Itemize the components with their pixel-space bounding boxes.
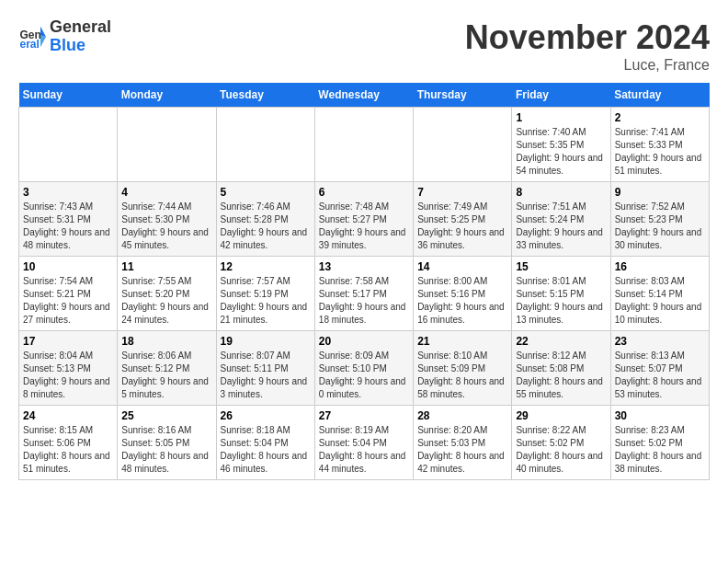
day-info: Sunrise: 8:19 AM Sunset: 5:04 PM Dayligh… — [319, 424, 409, 476]
day-number: 3 — [23, 186, 113, 199]
day-info: Sunrise: 8:15 AM Sunset: 5:06 PM Dayligh… — [23, 424, 113, 476]
day-info: Sunrise: 8:06 AM Sunset: 5:12 PM Dayligh… — [121, 350, 211, 401]
calendar-cell: 13Sunrise: 7:58 AM Sunset: 5:17 PM Dayli… — [314, 257, 413, 331]
day-number: 2 — [615, 111, 705, 124]
day-info: Sunrise: 7:58 AM Sunset: 5:17 PM Dayligh… — [319, 275, 409, 327]
calendar-cell: 21Sunrise: 8:10 AM Sunset: 5:09 PM Dayli… — [414, 331, 512, 406]
calendar-cell: 29Sunrise: 8:22 AM Sunset: 5:02 PM Dayli… — [512, 406, 610, 480]
calendar-cell: 16Sunrise: 8:03 AM Sunset: 5:14 PM Dayli… — [610, 257, 709, 331]
calendar-cell: 8Sunrise: 7:51 AM Sunset: 5:24 PM Daylig… — [512, 182, 610, 257]
day-number: 25 — [121, 409, 211, 422]
day-info: Sunrise: 7:49 AM Sunset: 5:25 PM Dayligh… — [417, 201, 507, 252]
svg-text:eral: eral — [20, 38, 40, 51]
calendar-cell — [414, 108, 512, 182]
day-info: Sunrise: 8:12 AM Sunset: 5:08 PM Dayligh… — [516, 350, 606, 401]
day-info: Sunrise: 7:41 AM Sunset: 5:33 PM Dayligh… — [615, 126, 705, 178]
day-number: 7 — [417, 186, 507, 199]
day-number: 1 — [516, 111, 606, 124]
calendar-cell: 14Sunrise: 8:00 AM Sunset: 5:16 PM Dayli… — [414, 257, 512, 331]
weekday-header: Monday — [118, 83, 216, 108]
calendar-cell: 9Sunrise: 7:52 AM Sunset: 5:23 PM Daylig… — [610, 182, 709, 257]
weekday-header: Thursday — [414, 83, 512, 108]
location: Luce, France — [465, 57, 710, 74]
day-number: 22 — [516, 335, 606, 348]
calendar-cell — [19, 108, 118, 182]
calendar-week-row: 1Sunrise: 7:40 AM Sunset: 5:35 PM Daylig… — [19, 108, 710, 182]
calendar-cell: 30Sunrise: 8:23 AM Sunset: 5:02 PM Dayli… — [610, 406, 709, 480]
calendar-table: SundayMondayTuesdayWednesdayThursdayFrid… — [18, 83, 710, 480]
calendar-cell: 3Sunrise: 7:43 AM Sunset: 5:31 PM Daylig… — [19, 182, 118, 257]
calendar-cell: 2Sunrise: 7:41 AM Sunset: 5:33 PM Daylig… — [610, 108, 709, 182]
calendar-week-row: 17Sunrise: 8:04 AM Sunset: 5:13 PM Dayli… — [19, 331, 710, 406]
day-info: Sunrise: 7:40 AM Sunset: 5:35 PM Dayligh… — [516, 126, 606, 178]
day-info: Sunrise: 8:23 AM Sunset: 5:02 PM Dayligh… — [615, 424, 705, 476]
day-info: Sunrise: 8:07 AM Sunset: 5:11 PM Dayligh… — [221, 350, 311, 401]
calendar-cell: 28Sunrise: 8:20 AM Sunset: 5:03 PM Dayli… — [414, 406, 512, 480]
calendar-header: SundayMondayTuesdayWednesdayThursdayFrid… — [19, 83, 710, 108]
calendar-cell: 27Sunrise: 8:19 AM Sunset: 5:04 PM Dayli… — [314, 406, 413, 480]
calendar-cell: 23Sunrise: 8:13 AM Sunset: 5:07 PM Dayli… — [610, 331, 709, 406]
day-number: 20 — [319, 335, 409, 348]
calendar-cell: 18Sunrise: 8:06 AM Sunset: 5:12 PM Dayli… — [118, 331, 216, 406]
day-info: Sunrise: 7:48 AM Sunset: 5:27 PM Dayligh… — [319, 201, 409, 252]
day-number: 17 — [23, 335, 113, 348]
day-info: Sunrise: 7:44 AM Sunset: 5:30 PM Dayligh… — [121, 201, 211, 252]
calendar-cell — [118, 108, 216, 182]
weekday-header: Wednesday — [314, 83, 413, 108]
day-info: Sunrise: 7:52 AM Sunset: 5:23 PM Dayligh… — [615, 201, 705, 252]
day-info: Sunrise: 7:55 AM Sunset: 5:20 PM Dayligh… — [121, 275, 211, 327]
header-row: SundayMondayTuesdayWednesdayThursdayFrid… — [19, 83, 710, 108]
day-number: 15 — [516, 260, 606, 273]
day-info: Sunrise: 7:46 AM Sunset: 5:28 PM Dayligh… — [221, 201, 311, 252]
calendar-week-row: 24Sunrise: 8:15 AM Sunset: 5:06 PM Dayli… — [19, 406, 710, 480]
day-number: 8 — [516, 186, 606, 199]
day-number: 10 — [23, 260, 113, 273]
calendar-cell: 25Sunrise: 8:16 AM Sunset: 5:05 PM Dayli… — [118, 406, 216, 480]
day-number: 14 — [417, 260, 507, 273]
day-number: 27 — [319, 409, 409, 422]
day-number: 4 — [121, 186, 211, 199]
calendar-week-row: 3Sunrise: 7:43 AM Sunset: 5:31 PM Daylig… — [19, 182, 710, 257]
calendar-cell: 12Sunrise: 7:57 AM Sunset: 5:19 PM Dayli… — [216, 257, 314, 331]
calendar-cell: 1Sunrise: 7:40 AM Sunset: 5:35 PM Daylig… — [512, 108, 610, 182]
calendar-week-row: 10Sunrise: 7:54 AM Sunset: 5:21 PM Dayli… — [19, 257, 710, 331]
weekday-header: Saturday — [610, 83, 709, 108]
day-number: 13 — [319, 260, 409, 273]
day-info: Sunrise: 8:03 AM Sunset: 5:14 PM Dayligh… — [615, 275, 705, 327]
day-number: 24 — [23, 409, 113, 422]
calendar-cell: 15Sunrise: 8:01 AM Sunset: 5:15 PM Dayli… — [512, 257, 610, 331]
calendar-cell: 11Sunrise: 7:55 AM Sunset: 5:20 PM Dayli… — [118, 257, 216, 331]
calendar-cell — [314, 108, 413, 182]
weekday-header: Sunday — [19, 83, 118, 108]
svg-marker-2 — [40, 27, 46, 37]
logo-text-general: General — [50, 18, 111, 37]
day-number: 16 — [615, 260, 705, 273]
month-title: November 2024 — [465, 18, 710, 57]
day-number: 12 — [221, 260, 311, 273]
calendar-cell: 26Sunrise: 8:18 AM Sunset: 5:04 PM Dayli… — [216, 406, 314, 480]
page-header: Gen eral General Blue November 2024 Luce… — [18, 18, 710, 74]
day-number: 30 — [615, 409, 705, 422]
day-number: 19 — [221, 335, 311, 348]
logo-text-blue: Blue — [50, 37, 111, 55]
calendar-cell: 24Sunrise: 8:15 AM Sunset: 5:06 PM Dayli… — [19, 406, 118, 480]
day-info: Sunrise: 8:04 AM Sunset: 5:13 PM Dayligh… — [23, 350, 113, 401]
calendar-cell: 7Sunrise: 7:49 AM Sunset: 5:25 PM Daylig… — [414, 182, 512, 257]
day-number: 5 — [221, 186, 311, 199]
calendar-cell: 22Sunrise: 8:12 AM Sunset: 5:08 PM Dayli… — [512, 331, 610, 406]
day-info: Sunrise: 8:18 AM Sunset: 5:04 PM Dayligh… — [221, 424, 311, 476]
calendar-cell: 5Sunrise: 7:46 AM Sunset: 5:28 PM Daylig… — [216, 182, 314, 257]
calendar-body: 1Sunrise: 7:40 AM Sunset: 5:35 PM Daylig… — [19, 108, 710, 480]
day-number: 29 — [516, 409, 606, 422]
weekday-header: Tuesday — [216, 83, 314, 108]
logo-icon: Gen eral — [18, 23, 46, 51]
day-info: Sunrise: 8:20 AM Sunset: 5:03 PM Dayligh… — [417, 424, 507, 476]
day-info: Sunrise: 7:43 AM Sunset: 5:31 PM Dayligh… — [23, 201, 113, 252]
day-info: Sunrise: 8:00 AM Sunset: 5:16 PM Dayligh… — [417, 275, 507, 327]
day-info: Sunrise: 8:09 AM Sunset: 5:10 PM Dayligh… — [319, 350, 409, 401]
day-info: Sunrise: 7:57 AM Sunset: 5:19 PM Dayligh… — [221, 275, 311, 327]
calendar-cell: 10Sunrise: 7:54 AM Sunset: 5:21 PM Dayli… — [19, 257, 118, 331]
day-number: 6 — [319, 186, 409, 199]
calendar-cell — [216, 108, 314, 182]
day-number: 23 — [615, 335, 705, 348]
